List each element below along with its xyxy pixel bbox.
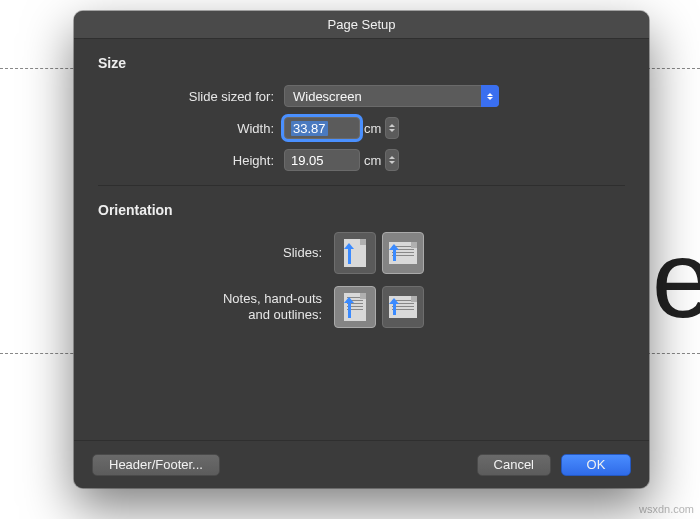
slides-landscape-button[interactable] bbox=[382, 232, 424, 274]
landscape-page-icon bbox=[389, 296, 417, 318]
page-setup-dialog: Page Setup Size Slide sized for: Widescr… bbox=[74, 11, 649, 488]
width-stepper[interactable] bbox=[385, 117, 399, 139]
landscape-page-icon bbox=[389, 242, 417, 264]
notes-portrait-button[interactable] bbox=[334, 286, 376, 328]
width-unit: cm bbox=[364, 121, 381, 136]
size-heading: Size bbox=[98, 55, 625, 71]
slides-portrait-button[interactable] bbox=[334, 232, 376, 274]
dialog-footer: Header/Footer... Cancel OK bbox=[74, 440, 649, 488]
cancel-button[interactable]: Cancel bbox=[477, 454, 551, 476]
dialog-content: Size Slide sized for: Widescreen Width: … bbox=[74, 39, 649, 440]
portrait-page-icon bbox=[344, 293, 366, 321]
width-input[interactable]: 33.87 bbox=[284, 117, 360, 139]
notes-landscape-button[interactable] bbox=[382, 286, 424, 328]
portrait-page-icon bbox=[344, 239, 366, 267]
height-row: Height: 19.05 cm bbox=[98, 149, 625, 171]
header-footer-button[interactable]: Header/Footer... bbox=[92, 454, 220, 476]
height-unit: cm bbox=[364, 153, 381, 168]
dialog-titlebar: Page Setup bbox=[74, 11, 649, 39]
watermark-text: wsxdn.com bbox=[639, 503, 694, 515]
notes-orientation-label: Notes, hand-outs and outlines: bbox=[98, 291, 334, 324]
slide-sized-for-select[interactable]: Widescreen bbox=[284, 85, 499, 107]
width-row: Width: 33.87 cm bbox=[98, 117, 625, 139]
width-value: 33.87 bbox=[291, 121, 328, 136]
orientation-heading: Orientation bbox=[98, 202, 625, 218]
section-divider bbox=[98, 185, 625, 186]
height-value: 19.05 bbox=[291, 153, 324, 168]
slide-sized-for-row: Slide sized for: Widescreen bbox=[98, 85, 625, 107]
notes-orientation-row: Notes, hand-outs and outlines: bbox=[98, 286, 625, 328]
ok-button[interactable]: OK bbox=[561, 454, 631, 476]
height-input[interactable]: 19.05 bbox=[284, 149, 360, 171]
slide-sized-for-label: Slide sized for: bbox=[98, 89, 284, 104]
height-stepper[interactable] bbox=[385, 149, 399, 171]
dialog-title: Page Setup bbox=[328, 17, 396, 32]
slides-orientation-label: Slides: bbox=[98, 245, 334, 261]
width-label: Width: bbox=[98, 121, 284, 136]
slide-sized-for-value: Widescreen bbox=[293, 89, 362, 104]
slides-orientation-row: Slides: bbox=[98, 232, 625, 274]
updown-icon bbox=[481, 85, 499, 107]
height-label: Height: bbox=[98, 153, 284, 168]
